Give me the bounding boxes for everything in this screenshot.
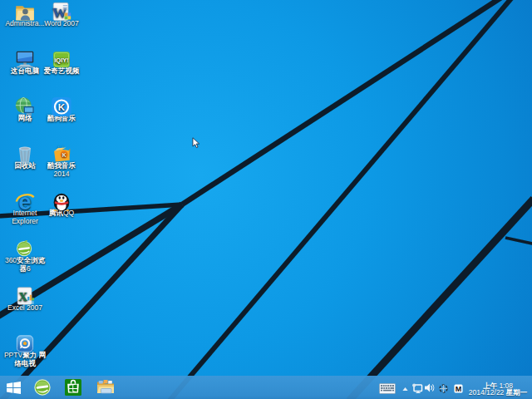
svg-text:M: M (456, 385, 462, 393)
svg-text:iQIY!: iQIY! (54, 57, 69, 64)
svg-text:X: X (18, 289, 27, 303)
svg-text:K: K (58, 101, 66, 112)
svg-text:K: K (62, 152, 66, 158)
